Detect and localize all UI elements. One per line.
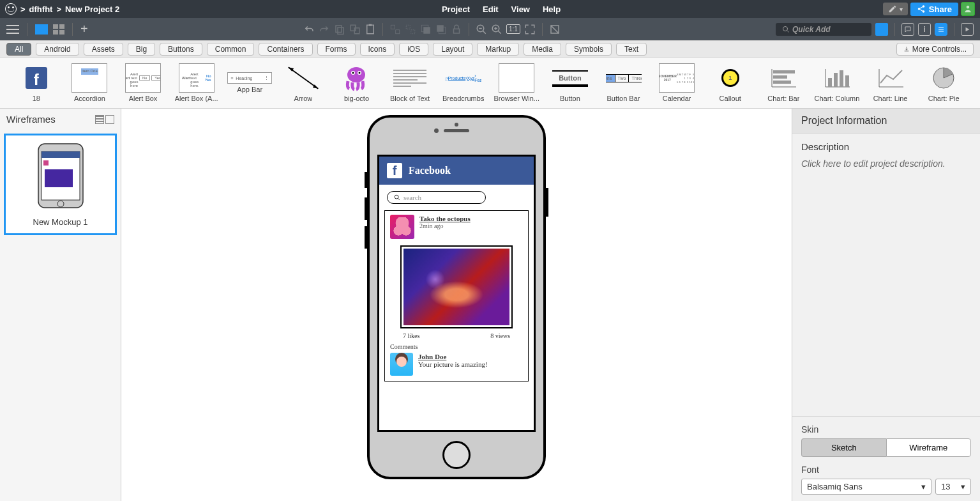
send-back-icon[interactable] <box>435 24 447 35</box>
svg-rect-66 <box>45 169 73 187</box>
font-family-value: Balsamiq Sans <box>807 482 863 491</box>
panel-view-list-icon[interactable] <box>95 115 104 124</box>
zoom-in-icon[interactable] <box>491 24 502 35</box>
menu-edit[interactable]: Edit <box>480 3 501 15</box>
breadcrumb-project[interactable]: New Project 2 <box>65 4 119 14</box>
bring-front-icon[interactable] <box>420 24 432 35</box>
font-size-select[interactable]: 13 ▾ <box>935 479 971 495</box>
font-size-value: 13 <box>941 482 950 491</box>
quick-add-input[interactable]: Quick Add <box>776 23 871 36</box>
gallery-item[interactable]: Chart: Line <box>867 63 914 102</box>
search-input[interactable]: search <box>387 191 486 204</box>
gallery-item[interactable]: Chart: Bar <box>760 63 808 102</box>
fullscreen-icon[interactable] <box>961 23 974 36</box>
zoom-actual-icon[interactable]: 1:1 <box>506 24 520 34</box>
svg-rect-7 <box>391 25 395 29</box>
phone-frame[interactable]: f Facebook search Tako the octopus 2min … <box>367 115 546 479</box>
edit-pen-button[interactable]: ▾ <box>883 3 908 15</box>
breadcrumb-folder[interactable]: dfhfht <box>29 4 53 14</box>
tab-big[interactable]: Big <box>128 43 155 56</box>
app-title: Facebook <box>409 165 451 176</box>
post-author[interactable]: Tako the octopus <box>419 215 471 222</box>
tab-common[interactable]: Common <box>207 43 255 56</box>
tab-media[interactable]: Media <box>524 43 561 56</box>
gallery-item[interactable]: AlertAlert text goes hereNoYesAlert Box <box>119 63 167 102</box>
redo-icon[interactable] <box>319 24 330 35</box>
canvas[interactable]: f Facebook search Tako the octopus 2min … <box>121 109 792 501</box>
svg-marker-30 <box>966 27 970 31</box>
gallery-item[interactable]: Home › Products › Xyz › FeaturesBreadcru… <box>440 63 487 102</box>
breadcrumb: > dfhfht > New Project 2 <box>5 3 119 15</box>
gallery-item[interactable]: 1Callout <box>707 63 754 102</box>
description-input[interactable]: Click here to edit project description. <box>801 158 971 169</box>
breadcrumb-sep: > <box>56 4 61 14</box>
tab-containers[interactable]: Containers <box>259 43 312 56</box>
lock-icon[interactable] <box>451 24 462 35</box>
undo-icon[interactable] <box>303 24 315 35</box>
gallery-item[interactable]: Block of Text <box>386 63 433 102</box>
gallery-item[interactable]: Browser Win... <box>493 63 540 102</box>
gallery-item[interactable]: ButtonButton <box>547 63 594 102</box>
svg-rect-48 <box>773 75 787 79</box>
svg-rect-63 <box>41 151 80 158</box>
comments-panel-icon[interactable] <box>901 23 914 36</box>
font-family-select[interactable]: Balsamiq Sans ▾ <box>801 479 931 495</box>
view-single-icon[interactable] <box>35 24 48 35</box>
add-icon[interactable]: + <box>80 22 88 36</box>
gallery-item[interactable]: Item OneAccordion <box>66 63 114 102</box>
tab-android[interactable]: Android <box>36 43 79 56</box>
gallery-item[interactable]: AlertAlert text goes here.No YesAlert Bo… <box>173 63 220 102</box>
tab-assets[interactable]: Assets <box>84 43 123 56</box>
info-panel-icon[interactable]: i <box>918 23 931 36</box>
tab-forms[interactable]: Forms <box>317 43 356 56</box>
tab-buttons[interactable]: Buttons <box>160 43 202 56</box>
menu-project[interactable]: Project <box>439 3 472 15</box>
gallery-item[interactable]: NOVEMBER 2017SMTWTFS1234567891011Calenda… <box>653 63 700 102</box>
breadcrumb-sep: > <box>20 4 26 14</box>
user-avatar[interactable] <box>961 2 975 16</box>
tab-icons[interactable]: Icons <box>360 43 395 56</box>
logo-icon[interactable] <box>5 3 17 15</box>
duplicate-icon[interactable] <box>349 24 361 35</box>
gallery-item[interactable]: Arrow <box>280 63 327 102</box>
share-icon <box>917 4 926 13</box>
more-controls-button[interactable]: More Controls... <box>896 43 974 56</box>
group-icon[interactable] <box>389 24 401 35</box>
wireframe-thumbnail[interactable]: New Mockup 1 <box>4 134 117 235</box>
menu-view[interactable]: View <box>509 3 532 15</box>
properties-panel-icon[interactable] <box>935 23 947 36</box>
gallery-item[interactable]: ≡Heading⋮App Bar <box>226 72 273 93</box>
gallery-item[interactable]: Chart: Pie <box>920 63 967 102</box>
panel-view-grid-icon[interactable] <box>105 115 114 124</box>
copy-icon[interactable] <box>334 24 345 35</box>
markup-toggle-icon[interactable] <box>549 24 561 35</box>
share-label: Share <box>929 4 952 14</box>
hamburger-icon[interactable] <box>6 25 19 34</box>
ui-library-button[interactable] <box>875 23 888 36</box>
gallery-item[interactable]: f18 <box>13 63 60 102</box>
wireframe-label: New Mockup 1 <box>33 215 88 228</box>
gallery-item[interactable]: OneTwoThreeButton Bar <box>600 63 647 102</box>
tab-text[interactable]: Text <box>616 43 647 56</box>
skin-wireframe-button[interactable]: Wireframe <box>886 438 972 457</box>
tab-all[interactable]: All <box>6 43 31 56</box>
tab-markup[interactable]: Markup <box>477 43 519 56</box>
commenter-name[interactable]: John Doe <box>418 353 488 360</box>
pen-icon <box>888 4 897 13</box>
zoom-out-icon[interactable] <box>476 24 487 35</box>
gallery-item[interactable]: big-octo <box>333 63 381 102</box>
gallery-item[interactable]: Chart: Column <box>813 63 861 102</box>
ungroup-icon[interactable] <box>405 24 416 35</box>
zoom-fit-icon[interactable] <box>524 24 536 35</box>
tab-layout[interactable]: Layout <box>433 43 472 56</box>
paste-icon[interactable] <box>365 24 376 35</box>
skin-sketch-button[interactable]: Sketch <box>801 438 886 457</box>
svg-line-20 <box>498 31 501 34</box>
svg-point-37 <box>352 72 354 74</box>
tab-symbols[interactable]: Symbols <box>566 43 612 56</box>
view-grid-icon[interactable] <box>53 24 64 35</box>
tab-ios[interactable]: iOS <box>399 43 428 56</box>
share-button[interactable]: Share <box>910 3 958 16</box>
wireframes-panel: Wireframes New Mockup 1 <box>0 109 121 501</box>
menu-help[interactable]: Help <box>540 3 563 15</box>
